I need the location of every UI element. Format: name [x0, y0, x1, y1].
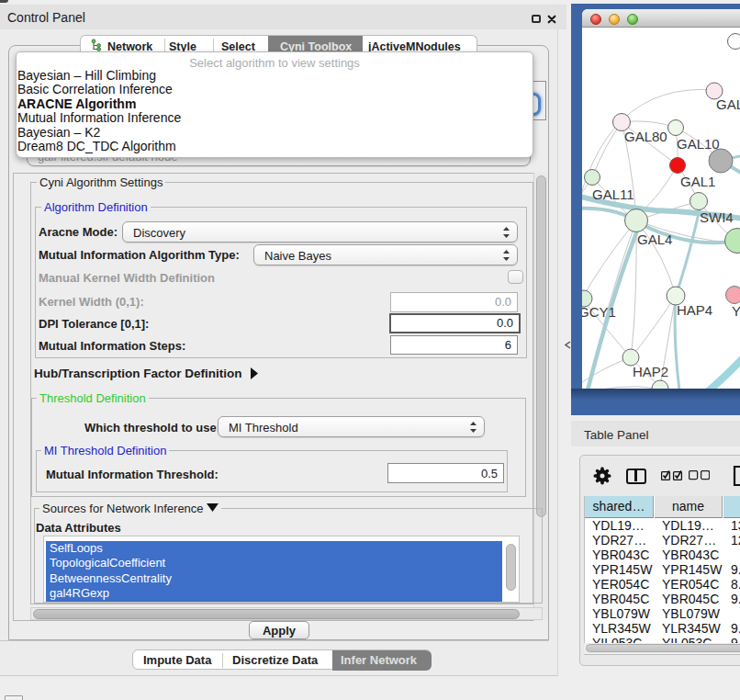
svg-text:GAL4: GAL4 — [637, 231, 672, 247]
svg-text:Y: Y — [732, 303, 740, 319]
svg-text:SWI4: SWI4 — [700, 209, 734, 225]
svg-text:GAL1: GAL1 — [680, 174, 715, 189]
svg-text:GAL10: GAL10 — [677, 136, 720, 152]
svg-text:GAL11: GAL11 — [592, 186, 634, 202]
svg-text:GCY1: GCY1 — [582, 304, 616, 320]
svg-text:HAP4: HAP4 — [677, 302, 712, 318]
svg-text:HAP2: HAP2 — [633, 364, 668, 379]
svg-text:GAL: GAL — [716, 96, 740, 112]
svg-text:GAL80: GAL80 — [624, 129, 667, 144]
